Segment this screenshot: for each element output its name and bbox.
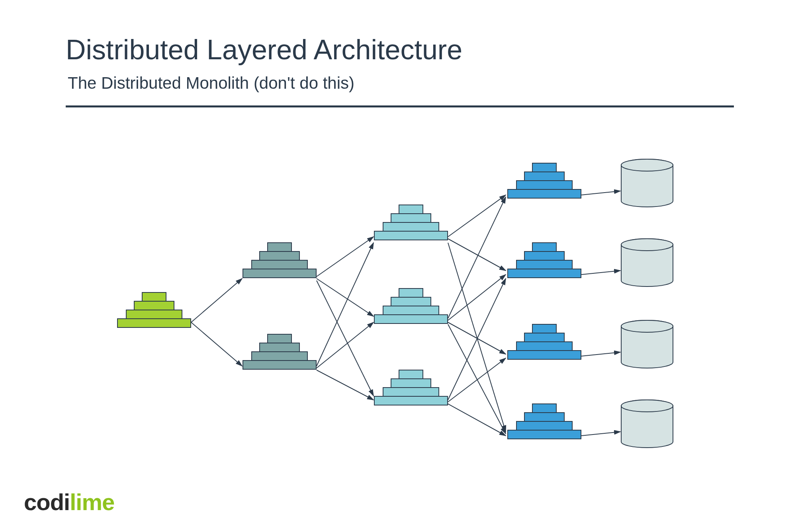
- svg-rect-39: [508, 430, 581, 439]
- svg-rect-7: [243, 269, 316, 278]
- pyramid-stack-icon: [508, 243, 581, 278]
- edge: [448, 322, 506, 354]
- edge: [317, 370, 374, 400]
- svg-point-42: [621, 320, 673, 332]
- edge: [317, 243, 374, 366]
- svg-rect-12: [399, 205, 423, 214]
- svg-rect-25: [524, 172, 564, 181]
- pyramid-stack-icon: [508, 163, 581, 198]
- svg-rect-17: [391, 297, 431, 306]
- svg-rect-1: [134, 301, 174, 310]
- svg-rect-14: [383, 222, 439, 231]
- svg-rect-5: [260, 251, 299, 260]
- slide: Distributed Layered Architecture The Dis…: [0, 0, 798, 532]
- edge: [191, 279, 242, 322]
- edge: [448, 358, 506, 402]
- svg-rect-21: [391, 379, 431, 388]
- edge: [581, 191, 620, 195]
- pyramid-stack-icon: [243, 334, 316, 369]
- edge: [448, 243, 506, 432]
- svg-point-41: [621, 239, 673, 251]
- edge: [581, 271, 620, 275]
- pyramid-stack-icon: [508, 324, 581, 359]
- svg-rect-26: [516, 181, 572, 189]
- svg-rect-13: [391, 214, 431, 222]
- svg-rect-3: [117, 319, 191, 327]
- svg-point-43: [621, 400, 673, 412]
- logo-part-2: lime: [70, 489, 114, 515]
- edge: [317, 237, 374, 277]
- svg-rect-18: [383, 306, 439, 315]
- codilime-logo: codilime: [24, 489, 114, 515]
- svg-rect-38: [516, 421, 572, 430]
- svg-rect-30: [516, 260, 572, 269]
- svg-point-40: [621, 159, 673, 171]
- svg-rect-15: [374, 231, 448, 240]
- svg-rect-2: [126, 310, 182, 319]
- logo-part-1: codi: [24, 489, 70, 515]
- edge: [448, 279, 506, 400]
- svg-rect-4: [268, 243, 291, 251]
- edge: [448, 239, 506, 271]
- svg-rect-34: [516, 342, 572, 351]
- svg-rect-19: [374, 315, 448, 323]
- edge: [581, 432, 620, 436]
- svg-rect-36: [532, 404, 556, 413]
- pyramid-stack-icon: [374, 370, 448, 405]
- svg-rect-29: [524, 251, 564, 260]
- svg-rect-33: [524, 333, 564, 342]
- edge: [448, 324, 506, 434]
- svg-rect-16: [399, 288, 423, 297]
- svg-rect-24: [532, 163, 556, 172]
- pyramid-stack-icon: [243, 243, 316, 278]
- svg-rect-11: [243, 361, 316, 369]
- svg-rect-22: [383, 388, 439, 396]
- svg-rect-10: [252, 352, 307, 361]
- pyramid-stack-icon: [117, 292, 191, 327]
- pyramid-stack-icon: [508, 404, 581, 439]
- database-icon: [621, 320, 673, 368]
- database-icon: [621, 239, 673, 286]
- edge: [448, 404, 506, 436]
- svg-rect-35: [508, 351, 581, 359]
- pyramid-stack-icon: [374, 288, 448, 323]
- edge: [581, 352, 620, 356]
- svg-rect-28: [532, 243, 556, 251]
- svg-rect-8: [268, 334, 291, 343]
- svg-rect-37: [524, 413, 564, 421]
- svg-rect-23: [374, 396, 448, 405]
- svg-rect-9: [260, 343, 299, 352]
- svg-rect-0: [142, 292, 166, 301]
- pyramid-stack-icon: [374, 205, 448, 240]
- database-icon: [621, 159, 673, 207]
- database-icon: [621, 400, 673, 448]
- edge: [317, 322, 374, 368]
- svg-rect-6: [252, 260, 307, 269]
- edge: [191, 322, 242, 366]
- svg-rect-32: [532, 324, 556, 333]
- svg-rect-27: [508, 189, 581, 198]
- svg-rect-31: [508, 269, 581, 278]
- svg-rect-20: [399, 370, 423, 379]
- architecture-diagram: [0, 0, 798, 532]
- edge: [448, 197, 506, 318]
